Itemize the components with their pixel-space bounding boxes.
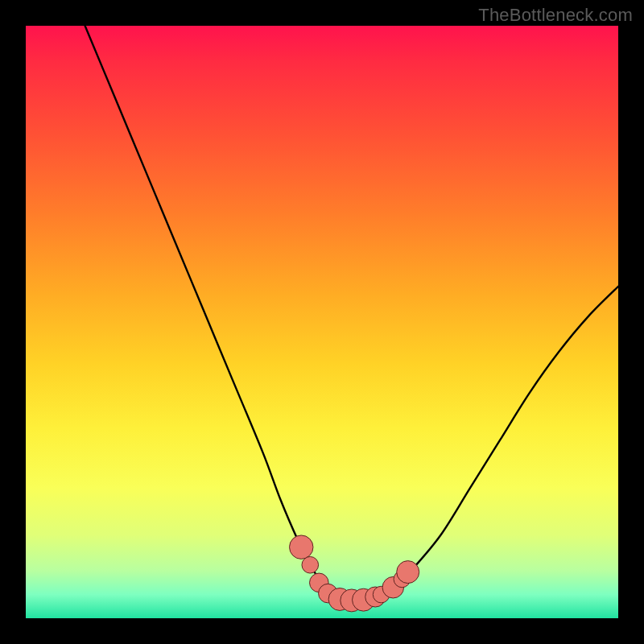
- bottleneck-curve: [85, 26, 618, 601]
- valley-marker: [302, 556, 319, 573]
- valley-marker: [397, 561, 419, 584]
- plot-area: [26, 26, 618, 618]
- outer-frame: TheBottleneck.com: [0, 0, 644, 644]
- valley-marker: [290, 535, 313, 559]
- chart-svg: [26, 26, 618, 618]
- watermark-text: TheBottleneck.com: [478, 5, 633, 26]
